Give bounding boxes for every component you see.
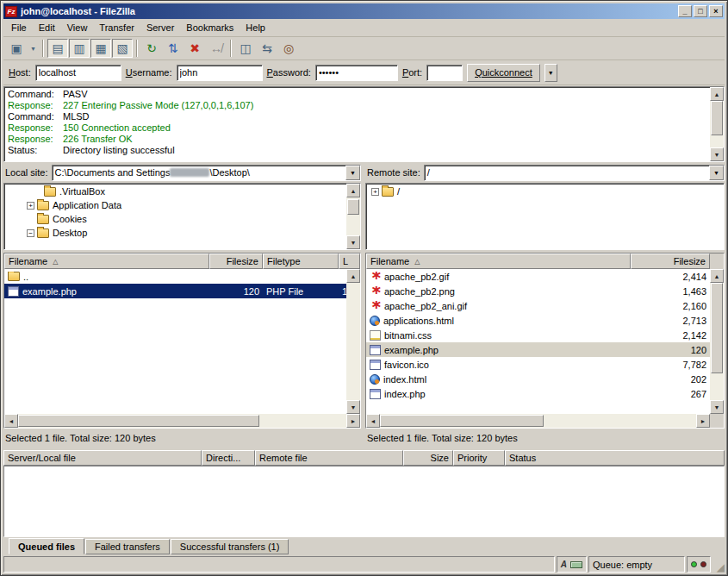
tree-item[interactable]: −Desktop <box>6 226 345 240</box>
scroll-up-icon[interactable]: ▲ <box>710 269 724 283</box>
tab-successful-transfers[interactable]: Successful transfers (1) <box>171 539 289 554</box>
queue-column-server-local-file[interactable]: Server/Local file <box>3 450 202 466</box>
site-manager-dropdown-button[interactable]: ▼ <box>28 39 39 58</box>
file-row[interactable]: index.php267 <box>366 386 710 401</box>
remote-list-hscrollbar[interactable]: ◄ ► <box>366 414 710 428</box>
local-column-header-filename[interactable]: Filename△ <box>4 254 209 269</box>
tree-expander-icon[interactable]: − <box>27 229 34 237</box>
tree-item[interactable]: +/ <box>368 185 722 198</box>
tree-item[interactable]: Cookies <box>6 212 345 226</box>
tree-item[interactable]: +Application Data <box>6 198 345 212</box>
scroll-left-icon[interactable]: ◄ <box>4 414 18 428</box>
menu-bookmarks[interactable]: Bookmarks <box>180 21 240 34</box>
minimize-button[interactable]: _ <box>678 5 692 17</box>
combo-dropdown-button[interactable]: ▼ <box>709 166 724 180</box>
menu-transfer[interactable]: Transfer <box>93 21 140 34</box>
username-label: Username: <box>126 67 172 78</box>
process-queue-button[interactable]: ⇅ <box>163 39 184 58</box>
local-column-header-filesize[interactable]: Filesize <box>209 254 263 269</box>
cancel-button[interactable]: ✖ <box>184 39 205 58</box>
scroll-right-icon[interactable]: ► <box>346 414 360 428</box>
local-site-combobox[interactable]: C:\Documents and Settings\Desktop\ ▼ <box>52 165 361 181</box>
scroll-right-icon[interactable]: ► <box>696 414 710 428</box>
folder-icon <box>37 201 49 210</box>
local-tree-scrollbar[interactable]: ▲ ▼ <box>346 184 360 249</box>
site-manager-button[interactable]: ▣ <box>6 39 27 58</box>
tree-item[interactable]: .VirtualBox <box>6 185 345 198</box>
scroll-down-icon[interactable]: ▼ <box>346 235 360 249</box>
refresh-button[interactable]: ↻ <box>141 39 162 58</box>
scroll-down-icon[interactable]: ▼ <box>346 400 360 414</box>
filezilla-app-icon[interactable]: Fz <box>5 6 17 17</box>
local-list-scrollbar[interactable]: ▲ ▼ <box>346 269 360 414</box>
tree-expander-icon[interactable]: + <box>371 188 379 196</box>
username-input[interactable] <box>177 65 263 81</box>
find-files-button[interactable]: ◎ <box>278 39 299 58</box>
log-scrollbar[interactable]: ▲ ▼ <box>710 87 724 161</box>
css-file-icon <box>370 330 381 341</box>
scrollbar-thumb[interactable] <box>711 283 723 373</box>
combo-dropdown-button[interactable]: ▼ <box>345 166 360 180</box>
menu-edit[interactable]: Edit <box>33 21 61 34</box>
scroll-left-icon[interactable]: ◄ <box>366 414 380 428</box>
host-input[interactable] <box>35 65 121 81</box>
sync-browsing-button[interactable]: ⇆ <box>257 39 277 58</box>
queue-toggle-button[interactable]: ▧ <box>112 39 133 58</box>
file-row[interactable]: apache_pb2.gif2,414 <box>366 269 710 284</box>
queue-column-status[interactable]: Status <box>505 450 725 466</box>
file-row[interactable]: apache_pb2_ani.gif2,160 <box>366 298 710 313</box>
menu-help[interactable]: Help <box>240 21 271 34</box>
local-column-header-lastmodified[interactable]: L <box>339 254 360 269</box>
scrollbar-thumb[interactable] <box>347 199 359 215</box>
message-log-toggle-button[interactable]: ▤ <box>47 39 68 58</box>
remote-site-combobox[interactable]: / ▼ <box>424 165 725 181</box>
file-row-parent-dir[interactable]: .. <box>4 269 346 284</box>
file-row-selected[interactable]: example.php 120 PHP File 1 <box>4 284 346 298</box>
tab-queued-files[interactable]: Queued files <box>9 538 84 554</box>
close-button[interactable]: × <box>709 5 723 17</box>
maximize-button[interactable]: □ <box>694 5 707 17</box>
scrollbar-thumb[interactable] <box>380 415 544 427</box>
scroll-up-icon[interactable]: ▲ <box>346 269 360 283</box>
quickconnect-button[interactable]: Quickconnect <box>467 64 540 82</box>
file-row[interactable]: bitnami.css2,142 <box>366 328 710 342</box>
port-input[interactable] <box>426 65 463 81</box>
titlebar[interactable]: Fz john@localhost - FileZilla _ □ × <box>3 3 725 19</box>
resize-grip[interactable]: ◢ <box>712 556 725 573</box>
queue-body[interactable] <box>3 466 725 537</box>
scroll-down-icon[interactable]: ▼ <box>710 147 724 161</box>
queue-column-size[interactable]: Size <box>403 450 453 466</box>
remote-list-scrollbar[interactable]: ▲ ▼ <box>710 269 724 414</box>
menu-server[interactable]: Server <box>140 21 180 34</box>
quickconnect-dropdown-button[interactable]: ▼ <box>544 64 557 82</box>
scroll-down-icon[interactable]: ▼ <box>710 400 724 414</box>
queue-column-priority[interactable]: Priority <box>453 450 505 466</box>
tab-failed-transfers[interactable]: Failed transfers <box>85 539 170 554</box>
disconnect-button[interactable]: ↮ <box>206 39 227 58</box>
scrollbar-thumb[interactable] <box>711 101 723 135</box>
queue-column-remote-file[interactable]: Remote file <box>255 450 403 466</box>
log-line: Command:MLSD <box>8 111 706 122</box>
file-row[interactable]: applications.html2,713 <box>366 313 710 328</box>
directory-comparison-icon: ◫ <box>240 41 251 55</box>
local-tree-toggle-button[interactable]: ▥ <box>69 39 90 58</box>
tree-expander-icon[interactable]: + <box>27 202 34 210</box>
scrollbar-thumb[interactable] <box>18 415 259 427</box>
disconnect-icon: ↮ <box>210 41 222 55</box>
menu-file[interactable]: File <box>5 21 33 34</box>
directory-comparison-button[interactable]: ◫ <box>235 39 256 58</box>
remote-column-header-filename[interactable]: Filename△ <box>366 254 631 269</box>
menu-view[interactable]: View <box>61 21 94 34</box>
file-row[interactable]: index.html202 <box>366 372 710 386</box>
file-row-selected[interactable]: example.php120 <box>366 342 710 357</box>
password-input[interactable] <box>315 65 398 81</box>
remote-tree-toggle-button[interactable]: ▦ <box>90 39 111 58</box>
file-row[interactable]: favicon.ico7,782 <box>366 357 710 372</box>
scroll-up-icon[interactable]: ▲ <box>346 184 360 197</box>
file-row[interactable]: apache_pb2.png1,463 <box>366 284 710 298</box>
queue-column-direction[interactable]: Directi... <box>202 450 255 466</box>
local-list-hscrollbar[interactable]: ◄ ► <box>4 414 360 428</box>
local-column-header-filetype[interactable]: Filetype <box>263 254 339 269</box>
scroll-up-icon[interactable]: ▲ <box>710 87 724 101</box>
remote-column-header-filesize[interactable]: Filesize <box>631 254 710 269</box>
